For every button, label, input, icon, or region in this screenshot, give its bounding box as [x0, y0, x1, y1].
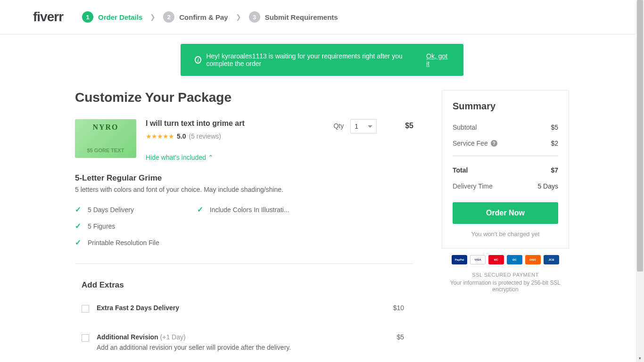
jcb-icon: JCB: [544, 255, 559, 264]
summary-title: Summary: [453, 101, 558, 112]
extra-checkbox[interactable]: [82, 334, 89, 342]
paypal-icon: PayPal: [452, 255, 467, 264]
gig-thumbnail[interactable]: [75, 119, 136, 158]
extra-name: Additional Revision (+1 Day): [97, 333, 389, 341]
banner-dismiss-link[interactable]: Ok, got it: [426, 52, 449, 67]
step-confirm-pay: 2 Confirm & Pay: [163, 11, 228, 23]
gig-title[interactable]: I will turn text into grime art: [146, 119, 324, 128]
divider: [75, 263, 413, 264]
chevron-right-icon: ❯: [236, 13, 241, 21]
extra-price: $10: [393, 304, 413, 312]
feature-item: ✓5 Figures: [75, 222, 159, 230]
mastercard-icon: MC: [488, 255, 504, 264]
check-icon: ✓: [75, 222, 81, 230]
toggle-included-link[interactable]: Hide what's included ⌃: [146, 154, 214, 161]
feature-item: ✓Printable Resolution File: [75, 238, 159, 247]
banner-message: Hey! kyraroales1113 is waiting for your …: [206, 52, 426, 67]
step-label: Submit Requirements: [265, 13, 338, 21]
diners-icon: DC: [507, 255, 522, 264]
divider: [453, 156, 558, 156]
discover-icon: DISC: [525, 255, 541, 264]
scrollbar[interactable]: ▴ ▾: [636, 0, 644, 362]
extra-item: Extra Fast 2 Days Delivery $10: [82, 304, 413, 314]
extra-price: $5: [396, 333, 413, 341]
subtotal-label: Subtotal: [453, 123, 477, 131]
chevron-right-icon: ❯: [150, 13, 156, 21]
gig-price: $5: [405, 119, 413, 162]
help-icon[interactable]: ?: [491, 140, 497, 147]
extra-item: Additional Revision (+1 Day) Add an addi…: [82, 333, 413, 351]
summary-panel: Summary Subtotal $5 Service Fee ? $2 Tot…: [442, 90, 569, 248]
extra-checkbox[interactable]: [82, 305, 89, 313]
delivery-time-label: Delivery Time: [453, 182, 493, 190]
ssl-description: Your information is protected by 256-bit…: [442, 280, 569, 293]
check-icon: ✓: [197, 205, 203, 214]
visa-icon: VISA: [470, 255, 486, 264]
qty-select[interactable]: 1: [350, 119, 377, 133]
check-icon: ✓: [75, 205, 81, 214]
info-icon: i: [195, 56, 201, 64]
chevron-up-icon: ⌃: [208, 154, 214, 161]
feature-item: ✓Include Colors In Illustrati...: [197, 205, 289, 214]
qty-value: 1: [355, 123, 358, 130]
step-label: Confirm & Pay: [179, 13, 228, 21]
step-label: Order Details: [98, 13, 142, 21]
notification-banner: i Hey! kyraroales1113 is waiting for you…: [181, 44, 463, 76]
extra-description: Add an additional revision your seller w…: [97, 344, 389, 351]
step-number: 1: [82, 11, 93, 23]
subtotal-value: $5: [551, 123, 558, 131]
package-description: 5 letters with colors and font of your c…: [75, 186, 413, 193]
order-now-button[interactable]: Order Now: [453, 202, 558, 224]
step-number: 3: [249, 11, 260, 23]
total-label: Total: [453, 166, 468, 174]
review-count: (5 reviews): [189, 132, 221, 140]
payment-methods: PayPal VISA MC DC DISC JCB: [442, 255, 569, 264]
check-icon: ✓: [75, 238, 81, 247]
delivery-time-value: 5 Days: [537, 182, 558, 190]
feature-item: ✓5 Days Delivery: [75, 205, 159, 214]
step-submit-requirements: 3 Submit Requirements: [249, 11, 338, 23]
ssl-title: SSL SECURED PAYMENT: [442, 272, 569, 278]
chevron-down-icon: [368, 125, 372, 128]
rating-value: 5.0: [177, 132, 186, 140]
step-order-details[interactable]: 1 Order Details: [82, 11, 142, 23]
charge-note: You won't be charged yet: [453, 230, 558, 238]
page-title: Customize Your Package: [75, 90, 413, 105]
scroll-down-icon[interactable]: ▾: [636, 354, 644, 362]
service-fee-label: Service Fee ?: [453, 140, 497, 147]
total-value: $7: [551, 166, 558, 174]
extra-name: Extra Fast 2 Days Delivery: [97, 304, 386, 312]
service-fee-value: $2: [551, 140, 558, 147]
checkout-steps: 1 Order Details ❯ 2 Confirm & Pay ❯ 3 Su…: [82, 11, 338, 23]
star-icon: ★★★★★: [146, 132, 174, 140]
package-name: 5-Letter Regular Grime: [75, 173, 413, 183]
step-number: 2: [163, 11, 174, 23]
extras-heading: Add Extras: [82, 280, 413, 290]
qty-label: Qty: [333, 119, 344, 130]
logo[interactable]: fiverr: [33, 9, 63, 25]
scrollbar-thumb[interactable]: [637, 0, 643, 272]
